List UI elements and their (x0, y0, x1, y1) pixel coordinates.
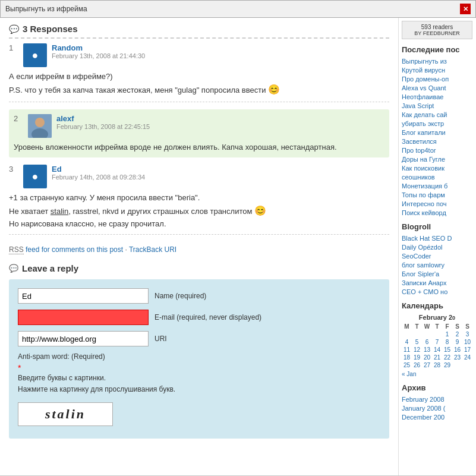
comment-1-date: February 13th, 2008 at 21:44:30 (52, 52, 145, 59)
comment-3-date: February 14th, 2008 at 09:28:34 (52, 174, 145, 181)
recent-link[interactable]: Доры на Гугле (402, 156, 472, 163)
close-button[interactable]: ✕ (460, 4, 471, 14)
recent-link[interactable]: Неотфлаивае (402, 93, 472, 100)
calendar-cell[interactable]: 18 (402, 354, 412, 361)
url-row: URI (18, 331, 380, 346)
recent-link[interactable]: Про домены-оп (402, 75, 472, 83)
calendar-cell[interactable]: 22 (442, 354, 452, 361)
calendar-table: MTWTFSS 12345678910111213141516171819202… (402, 323, 472, 369)
recent-link[interactable]: Как делать сай (402, 111, 472, 118)
blogroll-link[interactable]: Блог Sipler'а (402, 270, 472, 278)
archive-title: Архив (402, 383, 472, 392)
calendar-cell[interactable]: 27 (422, 361, 432, 369)
calendar-cell[interactable]: 20 (422, 354, 432, 361)
archive-link[interactable]: January 2008 ( (402, 405, 472, 412)
recent-link[interactable]: Alexa vs Quant (402, 84, 472, 92)
calendar-cell[interactable]: 21 (432, 354, 442, 361)
calendar-cell[interactable]: 17 (462, 346, 472, 354)
anti-spam-label: Anti-spam word: (Required) (18, 352, 380, 361)
archive-links: February 2008January 2008 (December 200 (402, 396, 472, 421)
sidebar: 593 readers BY FEEDBURNER Последние пос … (398, 18, 475, 475)
calendar-cell[interactable]: 7 (432, 338, 442, 346)
comment-1-avatar: ● (23, 43, 47, 67)
recent-links: Выпрыгнуть изКрутой вируснПро домены-опA… (402, 58, 472, 216)
calendar-cell (412, 330, 422, 338)
calendar-cell[interactable]: 25 (402, 361, 412, 369)
recent-link[interactable]: Монетизация б (402, 182, 472, 190)
recent-link[interactable]: Как поисковик (402, 165, 472, 172)
blogroll-link[interactable]: Daily Opézdol (402, 244, 472, 251)
rss-feed-link[interactable]: feed for comments on this post (26, 245, 123, 254)
recent-link[interactable]: сеошников (402, 174, 472, 181)
required-star: * (18, 363, 21, 373)
trackback-link[interactable]: TrackBack URI (129, 245, 176, 254)
comment-1-number: 1 (9, 43, 18, 52)
readers-sub: BY FEEDBURNER (405, 30, 469, 36)
comment-1-body: А если ифрейм в ифрейме?) P.S. что у теб… (9, 71, 389, 97)
calendar-cell[interactable]: 23 (452, 354, 462, 361)
calendar-cell[interactable]: 28 (432, 361, 442, 369)
calendar-cell[interactable]: 29 (442, 361, 452, 369)
emoji-1: 😊 (268, 84, 280, 94)
blogroll-link[interactable]: Black Hat SEO D (402, 235, 472, 242)
recent-link[interactable]: Java Script (402, 102, 472, 109)
archive-link[interactable]: December 200 (402, 414, 472, 421)
comment-3-author[interactable]: Ed (52, 165, 145, 174)
calendar-cell[interactable]: 14 (432, 346, 442, 354)
blogroll-link[interactable]: CEO + CMO но (402, 288, 472, 295)
calendar-cell[interactable]: 3 (462, 330, 472, 338)
recent-link[interactable]: Поиск кейворд (402, 209, 472, 216)
anti-spam-row: Anti-spam word: (Required) * Введите бук… (18, 352, 380, 426)
comment-2-author[interactable]: alexf (56, 114, 150, 123)
recent-link[interactable]: Про top4tor (402, 147, 472, 154)
calendar-cell[interactable]: 9 (452, 338, 462, 346)
content-area: 💬 3 Responses 1 ● Random February 13th, … (0, 18, 398, 475)
comment-3-header: 3 ● Ed February 14th, 2008 at 09:28:34 (9, 165, 389, 188)
blogroll-link[interactable]: Записки Анарх (402, 279, 472, 286)
calendar-cell[interactable]: 8 (442, 338, 452, 346)
url-input[interactable] (18, 331, 149, 346)
calendar-cell[interactable]: 13 (422, 346, 432, 354)
comment-3-number: 3 (9, 165, 18, 174)
calendar-cell[interactable]: 12 (412, 346, 422, 354)
rss-line: RSS feed for comments on this post · Tra… (9, 242, 389, 254)
calendar-header: S (462, 323, 472, 330)
recent-link[interactable]: Крутой вирусн (402, 67, 472, 74)
recent-link[interactable]: убирать экстр (402, 120, 472, 127)
email-row: E-mail (required, never displayed) (18, 310, 380, 325)
calendar-cell[interactable]: 2 (452, 330, 462, 338)
calendar-cell[interactable]: 19 (412, 354, 422, 361)
captcha-word: stalin (45, 406, 86, 422)
email-input[interactable] (18, 310, 149, 325)
recent-link[interactable]: Выпрыгнуть из (402, 58, 472, 65)
responses-header: 💬 3 Responses (9, 24, 389, 39)
calendar-row: 45678910 (402, 338, 472, 346)
calendar-row: 2526272829 (402, 361, 472, 369)
calendar-cell[interactable]: 5 (412, 338, 422, 346)
url-label: URI (155, 335, 167, 343)
captcha-line2: Нажмите на картинку для прослушивания бу… (18, 385, 175, 393)
calendar-cell[interactable]: 16 (452, 346, 462, 354)
cal-prev-link[interactable]: « Jan (402, 371, 472, 377)
captcha-image[interactable]: stalin (18, 402, 113, 426)
sidebar-readers: 593 readers BY FEEDBURNER (402, 21, 472, 39)
calendar-cell[interactable]: 10 (462, 338, 472, 346)
calendar-cell[interactable]: 15 (442, 346, 452, 354)
calendar-cell[interactable]: 1 (442, 330, 452, 338)
name-row: Name (required) (18, 288, 380, 304)
blogroll-link[interactable]: SeoCoder (402, 253, 472, 260)
recent-link[interactable]: Блог капитали (402, 129, 472, 136)
calendar-cell[interactable]: 24 (462, 354, 472, 361)
blogroll-link[interactable]: блог samlowry (402, 261, 472, 269)
name-input[interactable] (18, 288, 149, 304)
comment-1-author[interactable]: Random (52, 43, 145, 52)
archive-link[interactable]: February 2008 (402, 396, 472, 403)
recent-link[interactable]: Засветился (402, 138, 472, 145)
recent-link[interactable]: Интересно поч (402, 200, 472, 207)
calendar-cell[interactable]: 4 (402, 338, 412, 346)
calendar-cell[interactable]: 6 (422, 338, 432, 346)
svg-point-1 (35, 118, 45, 127)
calendar-cell[interactable]: 11 (402, 346, 412, 354)
recent-link[interactable]: Топы по фарм (402, 191, 472, 198)
calendar-cell[interactable]: 26 (412, 361, 422, 369)
